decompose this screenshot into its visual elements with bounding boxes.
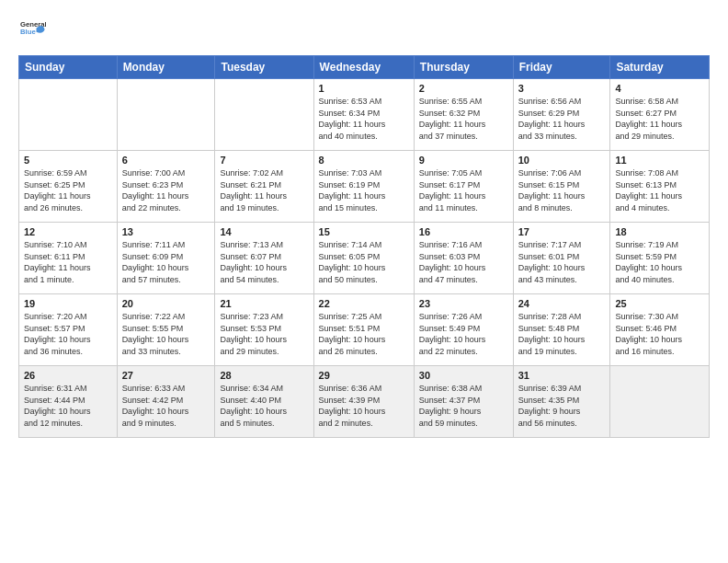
day-number: 25 xyxy=(615,298,704,309)
day-number: 23 xyxy=(419,298,508,309)
day-number: 27 xyxy=(122,370,210,381)
cell-content: Sunrise: 7:23 AM Sunset: 5:53 PM Dayligh… xyxy=(220,311,308,357)
calendar-cell: 30Sunrise: 6:38 AM Sunset: 4:37 PM Dayli… xyxy=(414,366,513,438)
cell-content: Sunrise: 7:00 AM Sunset: 6:23 PM Dayligh… xyxy=(122,167,210,213)
weekday-header-tuesday: Tuesday xyxy=(215,56,313,79)
day-number: 1 xyxy=(319,83,409,94)
day-number: 14 xyxy=(220,226,308,237)
day-number: 5 xyxy=(24,155,112,166)
week-row-4: 19Sunrise: 7:20 AM Sunset: 5:57 PM Dayli… xyxy=(19,294,710,366)
day-number: 4 xyxy=(615,83,704,94)
day-number: 19 xyxy=(24,298,112,309)
calendar-cell xyxy=(117,79,215,151)
day-number: 6 xyxy=(122,155,210,166)
cell-content: Sunrise: 6:55 AM Sunset: 6:32 PM Dayligh… xyxy=(419,96,508,142)
weekday-header-wednesday: Wednesday xyxy=(313,56,414,79)
cell-content: Sunrise: 7:28 AM Sunset: 5:48 PM Dayligh… xyxy=(518,311,606,357)
calendar-cell: 9Sunrise: 7:05 AM Sunset: 6:17 PM Daylig… xyxy=(414,151,513,223)
calendar-cell: 24Sunrise: 7:28 AM Sunset: 5:48 PM Dayli… xyxy=(513,294,610,366)
cell-content: Sunrise: 7:26 AM Sunset: 5:49 PM Dayligh… xyxy=(419,311,508,357)
day-number: 29 xyxy=(319,370,409,381)
weekday-header-saturday: Saturday xyxy=(610,56,710,79)
calendar-cell: 14Sunrise: 7:13 AM Sunset: 6:07 PM Dayli… xyxy=(215,223,313,294)
calendar-cell: 10Sunrise: 7:06 AM Sunset: 6:15 PM Dayli… xyxy=(513,151,610,223)
cell-content: Sunrise: 6:56 AM Sunset: 6:29 PM Dayligh… xyxy=(518,96,606,142)
weekday-header-sunday: Sunday xyxy=(19,56,118,79)
calendar-body: 1Sunrise: 6:53 AM Sunset: 6:34 PM Daylig… xyxy=(19,79,710,438)
day-number: 18 xyxy=(615,226,704,237)
cell-content: Sunrise: 7:08 AM Sunset: 6:13 PM Dayligh… xyxy=(615,167,704,213)
calendar-cell: 12Sunrise: 7:10 AM Sunset: 6:11 PM Dayli… xyxy=(19,223,118,294)
day-number: 31 xyxy=(518,370,606,381)
calendar-cell: 23Sunrise: 7:26 AM Sunset: 5:49 PM Dayli… xyxy=(414,294,513,366)
cell-content: Sunrise: 7:11 AM Sunset: 6:09 PM Dayligh… xyxy=(122,239,210,285)
cell-content: Sunrise: 7:03 AM Sunset: 6:19 PM Dayligh… xyxy=(319,167,409,213)
cell-content: Sunrise: 6:31 AM Sunset: 4:44 PM Dayligh… xyxy=(24,383,112,429)
week-row-2: 5Sunrise: 6:59 AM Sunset: 6:25 PM Daylig… xyxy=(19,151,710,223)
calendar-cell: 17Sunrise: 7:17 AM Sunset: 6:01 PM Dayli… xyxy=(513,223,610,294)
day-number: 11 xyxy=(615,155,704,166)
calendar-cell: 3Sunrise: 6:56 AM Sunset: 6:29 PM Daylig… xyxy=(513,79,610,151)
calendar-cell: 20Sunrise: 7:22 AM Sunset: 5:55 PM Dayli… xyxy=(117,294,215,366)
calendar-cell: 6Sunrise: 7:00 AM Sunset: 6:23 PM Daylig… xyxy=(117,151,215,223)
calendar-cell: 28Sunrise: 6:34 AM Sunset: 4:40 PM Dayli… xyxy=(215,366,313,438)
cell-content: Sunrise: 6:38 AM Sunset: 4:37 PM Dayligh… xyxy=(419,383,508,429)
day-number: 10 xyxy=(518,155,606,166)
cell-content: Sunrise: 6:59 AM Sunset: 6:25 PM Dayligh… xyxy=(24,167,112,213)
day-number: 17 xyxy=(518,226,606,237)
week-row-5: 26Sunrise: 6:31 AM Sunset: 4:44 PM Dayli… xyxy=(19,366,710,438)
cell-content: Sunrise: 7:17 AM Sunset: 6:01 PM Dayligh… xyxy=(518,239,606,285)
day-number: 22 xyxy=(319,298,409,309)
calendar-cell: 29Sunrise: 6:36 AM Sunset: 4:39 PM Dayli… xyxy=(313,366,414,438)
cell-content: Sunrise: 7:02 AM Sunset: 6:21 PM Dayligh… xyxy=(220,167,308,213)
calendar-cell: 5Sunrise: 6:59 AM Sunset: 6:25 PM Daylig… xyxy=(19,151,118,223)
calendar-cell xyxy=(19,79,118,151)
cell-content: Sunrise: 6:39 AM Sunset: 4:35 PM Dayligh… xyxy=(518,383,606,429)
calendar-header: SundayMondayTuesdayWednesdayThursdayFrid… xyxy=(19,56,710,79)
calendar-cell: 13Sunrise: 7:11 AM Sunset: 6:09 PM Dayli… xyxy=(117,223,215,294)
calendar-cell: 8Sunrise: 7:03 AM Sunset: 6:19 PM Daylig… xyxy=(313,151,414,223)
calendar-cell xyxy=(215,79,313,151)
week-row-3: 12Sunrise: 7:10 AM Sunset: 6:11 PM Dayli… xyxy=(19,223,710,294)
calendar-cell: 2Sunrise: 6:55 AM Sunset: 6:32 PM Daylig… xyxy=(414,79,513,151)
logo-block: General Blue xyxy=(18,17,46,46)
cell-content: Sunrise: 7:19 AM Sunset: 5:59 PM Dayligh… xyxy=(615,239,704,285)
calendar-cell: 21Sunrise: 7:23 AM Sunset: 5:53 PM Dayli… xyxy=(215,294,313,366)
day-number: 3 xyxy=(518,83,606,94)
calendar-cell: 11Sunrise: 7:08 AM Sunset: 6:13 PM Dayli… xyxy=(610,151,710,223)
cell-content: Sunrise: 7:20 AM Sunset: 5:57 PM Dayligh… xyxy=(24,311,112,357)
cell-content: Sunrise: 7:13 AM Sunset: 6:07 PM Dayligh… xyxy=(220,239,308,285)
day-number: 30 xyxy=(419,370,508,381)
weekday-header-monday: Monday xyxy=(117,56,215,79)
calendar-cell: 31Sunrise: 6:39 AM Sunset: 4:35 PM Dayli… xyxy=(513,366,610,438)
cell-content: Sunrise: 7:14 AM Sunset: 6:05 PM Dayligh… xyxy=(319,239,409,285)
weekday-header-friday: Friday xyxy=(513,56,610,79)
calendar-table: SundayMondayTuesdayWednesdayThursdayFrid… xyxy=(18,55,710,438)
cell-content: Sunrise: 6:34 AM Sunset: 4:40 PM Dayligh… xyxy=(220,383,308,429)
header: General Blue xyxy=(18,17,710,46)
calendar-cell xyxy=(610,366,710,438)
page: General Blue SundayMondayTuesdayWednesda… xyxy=(0,0,728,447)
calendar-cell: 7Sunrise: 7:02 AM Sunset: 6:21 PM Daylig… xyxy=(215,151,313,223)
day-number: 15 xyxy=(319,226,409,237)
calendar-cell: 25Sunrise: 7:30 AM Sunset: 5:46 PM Dayli… xyxy=(610,294,710,366)
calendar-cell: 22Sunrise: 7:25 AM Sunset: 5:51 PM Dayli… xyxy=(313,294,414,366)
cell-content: Sunrise: 7:05 AM Sunset: 6:17 PM Dayligh… xyxy=(419,167,508,213)
day-number: 24 xyxy=(518,298,606,309)
calendar-cell: 16Sunrise: 7:16 AM Sunset: 6:03 PM Dayli… xyxy=(414,223,513,294)
cell-content: Sunrise: 7:30 AM Sunset: 5:46 PM Dayligh… xyxy=(615,311,704,357)
weekday-row: SundayMondayTuesdayWednesdayThursdayFrid… xyxy=(19,56,710,79)
cell-content: Sunrise: 6:58 AM Sunset: 6:27 PM Dayligh… xyxy=(615,96,704,142)
calendar-cell: 18Sunrise: 7:19 AM Sunset: 5:59 PM Dayli… xyxy=(610,223,710,294)
cell-content: Sunrise: 6:36 AM Sunset: 4:39 PM Dayligh… xyxy=(319,383,409,429)
day-number: 28 xyxy=(220,370,308,381)
day-number: 8 xyxy=(319,155,409,166)
cell-content: Sunrise: 6:53 AM Sunset: 6:34 PM Dayligh… xyxy=(319,96,409,142)
day-number: 21 xyxy=(220,298,308,309)
calendar-cell: 27Sunrise: 6:33 AM Sunset: 4:42 PM Dayli… xyxy=(117,366,215,438)
calendar-cell: 19Sunrise: 7:20 AM Sunset: 5:57 PM Dayli… xyxy=(19,294,118,366)
calendar-cell: 1Sunrise: 6:53 AM Sunset: 6:34 PM Daylig… xyxy=(313,79,414,151)
calendar-cell: 4Sunrise: 6:58 AM Sunset: 6:27 PM Daylig… xyxy=(610,79,710,151)
calendar-cell: 26Sunrise: 6:31 AM Sunset: 4:44 PM Dayli… xyxy=(19,366,118,438)
cell-content: Sunrise: 7:10 AM Sunset: 6:11 PM Dayligh… xyxy=(24,239,112,285)
